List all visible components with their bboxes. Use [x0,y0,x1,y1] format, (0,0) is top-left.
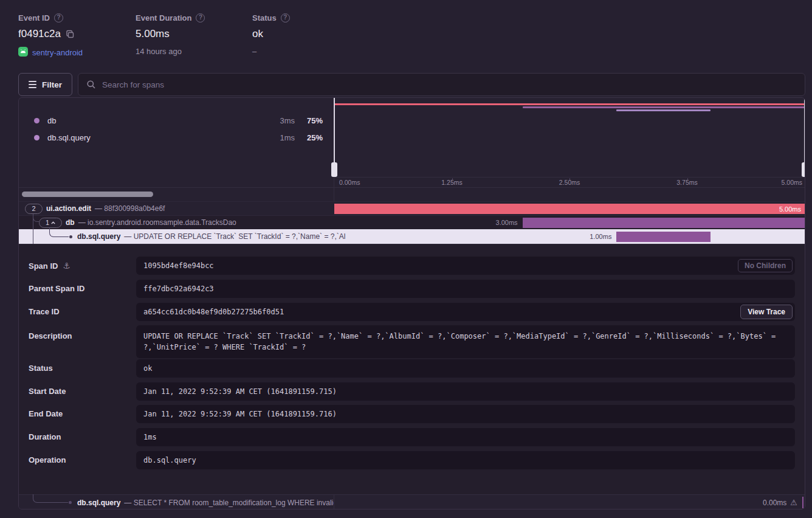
span-desc: — io.sentry.android.roomsample.data.Trac… [78,218,236,227]
event-duration-label: Event Duration [136,13,191,22]
filter-button-label: Filter [42,80,62,89]
anchor-icon[interactable]: ⚓ [63,261,71,271]
status-detail-value: ok [136,359,795,378]
detail-label: Description [29,331,72,340]
op-color-dot [34,118,40,123]
op-color-dot [34,135,40,140]
minimap-span-db [523,106,805,108]
horizontal-scrollbar[interactable] [22,192,153,197]
span-op: db.sql.query [77,499,120,507]
help-icon[interactable]: ? [281,13,290,22]
axis-tick: 3.75ms [676,179,697,186]
filter-icon [29,81,36,88]
description-value: UPDATE OR REPLACE `Track` SET `TrackId` … [136,325,795,358]
span-id-value: 1095bd4ef8e94bcc [136,257,795,275]
span-search-bar [78,73,805,96]
view-trace-button[interactable]: View Trace [740,305,793,319]
event-id-label-row: Event ID ? [18,13,83,22]
span-row-db-sql-query-selected[interactable]: db.sql.query — UPDATE OR REPLACE `Track`… [19,229,805,244]
span-desc: — UPDATE OR REPLACE `Track` SET `TrackId… [124,232,345,241]
copy-icon[interactable] [66,30,75,39]
help-icon[interactable]: ? [196,13,205,22]
detail-label: Trace ID [29,307,60,316]
status-value: ok [252,28,263,40]
event-duration-value: 5.00ms [136,28,170,40]
trace-panel: db 3ms 75% db.sql.query 1ms 25% 0.00ms 1… [18,97,805,509]
span-bar [616,232,710,242]
children-count-pill[interactable]: 2 [25,204,43,214]
android-project-icon [18,47,28,58]
trace-id-value: a654cc61dc0b48ef9d0b27275b6f0d51 [136,303,795,321]
time-axis: 0.00ms 1.25ms 2.50ms 3.75ms 5.00ms [334,177,805,187]
children-count-pill[interactable]: 1 [39,218,62,228]
no-children-badge[interactable]: No Children [738,259,793,272]
legend-item-db[interactable]: db 3ms 75% [19,113,334,128]
duration-detail-value: 1ms [136,428,795,446]
event-id-value: f0491c2a [18,28,61,40]
warning-icon: ⚠ [790,498,797,507]
span-duration: 3.00ms [496,216,518,229]
span-bar [523,218,805,228]
filter-button[interactable]: Filter [18,73,72,96]
panel-divider [334,495,334,509]
start-date-value: Jan 11, 2022 9:52:39 AM CET (1641891159.… [136,382,795,401]
span-row-ui-action-edit[interactable]: 2 ui.action.edit — 88f300998a0b4e6f 5.00… [19,201,805,215]
axis-tick: 0.00ms [339,179,360,186]
event-duration-column: Event Duration ? 5.00ms 14 hours ago [136,13,205,56]
op-percent: 75% [307,116,323,125]
detail-label: Parent Span ID [29,284,84,293]
operation-value: db.sql.query [136,451,795,469]
axis-tick: 2.50ms [559,179,580,186]
op-duration: 1ms [280,133,295,142]
panel-divider [334,188,334,201]
span-row-db-sql-query-bottom[interactable]: db.sql.query — SELECT * FROM room_table_… [19,494,805,509]
span-op: ui.action.edit [46,204,91,213]
op-name: db [47,116,56,125]
status-column: Status ? ok – [252,13,290,56]
span-row-db[interactable]: 1 db — io.sentry.android.roomsample.data… [19,215,805,229]
axis-tick: 5.00ms [782,179,802,186]
event-age: 14 hours ago [136,47,182,56]
panel-divider [19,187,805,188]
search-icon [86,80,96,89]
minimap-right-handle-grip[interactable] [802,162,805,177]
span-bar: 5.00ms [334,204,805,214]
zero-duration-marker [802,497,803,508]
chevron-up-icon [51,221,55,224]
minimap-left-handle-grip[interactable] [331,162,337,177]
detail-label: End Date [29,409,63,418]
detail-label: Start Date [29,387,66,396]
status-label: Status [252,13,277,22]
tree-connector-dot [69,235,72,238]
span-duration: 1.00ms [590,229,611,244]
span-details-panel: Span ID ⚓ 1095bd4ef8e94bcc No Children P… [19,244,805,494]
span-op: db.sql.query [77,232,120,241]
tree-connector-dot [69,501,72,504]
span-desc: — 88f300998a0b4e6f [95,204,165,213]
event-id-column: Event ID ? f0491c2a sentry-android [18,13,83,58]
span-duration: 5.00ms [779,205,805,213]
end-date-value: Jan 11, 2022 9:52:39 AM CET (1641891159.… [136,405,795,423]
parent-span-id-value: ffe7dbc92a6942c3 [136,280,795,298]
trace-minimap[interactable] [334,98,805,177]
detail-label: Status [29,364,53,373]
search-input[interactable] [102,80,797,89]
op-duration: 3ms [280,116,295,125]
project-link[interactable]: sentry-android [32,48,83,57]
span-desc: — SELECT * FROM room_table_modification_… [124,499,334,507]
span-duration: 0.00ms [763,499,786,507]
detail-label: Span ID [29,261,58,271]
status-sub: – [252,47,256,56]
minimap-span-ui-action-edit [334,103,805,105]
minimap-span-db-sql-query [616,109,710,111]
span-detail-page: Event ID ? f0491c2a sentry-android Event… [0,0,812,518]
event-id-label: Event ID [18,13,50,22]
axis-tick: 1.25ms [441,179,462,186]
op-name: db.sql.query [47,133,91,142]
detail-label: Duration [29,432,61,441]
help-icon[interactable]: ? [54,13,63,22]
op-percent: 25% [307,133,323,142]
detail-label: Operation [29,455,66,464]
legend-item-db-sql-query[interactable]: db.sql.query 1ms 25% [19,130,334,145]
